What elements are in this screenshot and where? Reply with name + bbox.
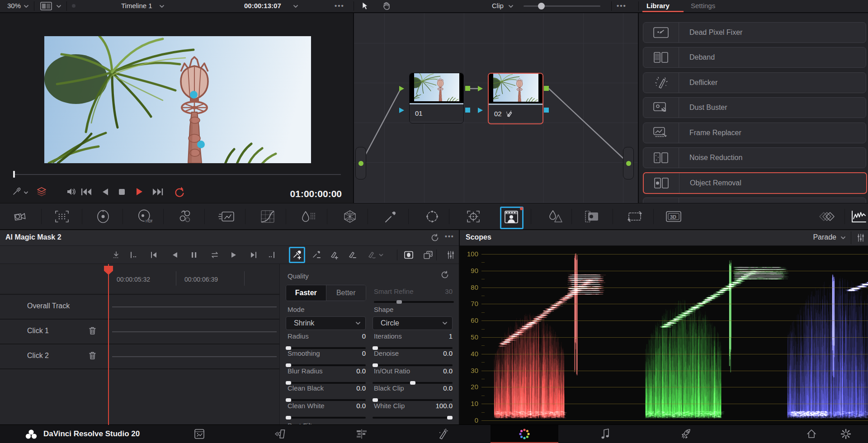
track-lane[interactable] [112, 306, 277, 307]
hand-tool-icon[interactable] [382, 2, 391, 10]
chevron-down-icon[interactable] [293, 5, 298, 8]
node-mode-label[interactable]: Clip [492, 2, 504, 9]
page-deliver[interactable] [674, 425, 699, 443]
wipe-mode-icon[interactable] [40, 2, 53, 10]
corrector-node-02-selected[interactable]: 02 [488, 73, 543, 124]
track-bidirectional-button[interactable] [207, 247, 222, 263]
curves-button[interactable] [258, 207, 278, 226]
param-slider[interactable] [373, 417, 453, 419]
grab-still-icon[interactable] [12, 187, 22, 197]
timeline-playhead[interactable] [108, 264, 109, 425]
scope-mode-select[interactable]: Parade [807, 233, 836, 241]
effects-button[interactable] [217, 207, 236, 226]
param-value[interactable]: 0.0 [425, 384, 453, 392]
color-match-button[interactable] [175, 207, 195, 226]
sizing-button[interactable] [625, 207, 645, 226]
track-row-label[interactable]: Overall Track [27, 302, 70, 310]
chevron-down-icon[interactable] [840, 236, 846, 240]
param-value[interactable]: 100.0 [425, 402, 453, 410]
qualifier-button[interactable] [381, 207, 401, 226]
chevron-down-icon[interactable] [24, 5, 29, 8]
camera-raw-button[interactable] [11, 207, 31, 226]
loop-icon[interactable] [174, 187, 185, 198]
smart-refine-value[interactable]: 30 [425, 287, 453, 295]
track-to-end-button[interactable] [246, 247, 261, 263]
page-color-active[interactable] [512, 425, 537, 443]
play-icon[interactable] [136, 188, 143, 196]
param-slider[interactable] [373, 399, 453, 401]
stop-icon[interactable] [118, 189, 125, 195]
viewer-options-button[interactable]: ••• [335, 2, 344, 9]
param-value[interactable]: 0 [339, 332, 366, 340]
param-slider[interactable] [286, 417, 366, 419]
param-value[interactable]: 0.0 [425, 367, 453, 375]
viewer-scrubber[interactable] [14, 174, 341, 175]
timeline-playhead-handle[interactable] [104, 266, 113, 275]
key-button[interactable] [582, 207, 602, 226]
matte-preview-toggle[interactable] [401, 247, 416, 263]
goto-last-frame-icon[interactable] [152, 188, 164, 196]
library-item-dust-buster[interactable]: Dust Buster [643, 97, 866, 118]
chevron-down-icon[interactable] [24, 191, 28, 194]
track-to-start-button[interactable] [146, 247, 161, 263]
home-button[interactable] [799, 425, 824, 443]
track-range-icon[interactable] [126, 247, 141, 263]
param-slider[interactable] [286, 364, 366, 366]
page-cut[interactable] [268, 425, 293, 443]
pause-tracking-button[interactable] [186, 247, 202, 263]
key-input-port[interactable] [399, 108, 404, 113]
tab-library[interactable]: Library [646, 2, 670, 9]
param-slider[interactable] [286, 399, 366, 401]
library-item-deflicker[interactable]: Deflicker [643, 72, 866, 93]
smart-refine-slider[interactable] [374, 301, 454, 303]
rgb-input-port[interactable] [478, 86, 483, 91]
viewer-zoom-select[interactable]: 30% [7, 2, 21, 9]
mask-settings-button[interactable] [443, 247, 458, 263]
magic-mask-track-point[interactable] [197, 141, 205, 148]
param-slider[interactable] [286, 382, 366, 384]
library-item-frame-replacer[interactable]: Frame Replacer [643, 123, 866, 143]
library-item-noise-reduction[interactable]: Noise Reduction [643, 147, 866, 168]
key-output-port[interactable] [465, 108, 470, 113]
magic-mask-button-active[interactable] [500, 207, 524, 229]
output-node[interactable] [623, 147, 634, 179]
settings-gear-button[interactable] [833, 425, 859, 443]
quality-toggle[interactable]: Faster Better [286, 285, 366, 301]
source-node[interactable] [355, 147, 366, 179]
node-editor-options-button[interactable]: ••• [617, 2, 627, 9]
power-window-button[interactable] [422, 207, 442, 226]
page-fairlight[interactable] [593, 425, 618, 443]
reset-section-icon[interactable] [440, 270, 449, 279]
page-media[interactable] [187, 425, 212, 443]
param-slider[interactable] [373, 347, 453, 349]
chevron-down-icon[interactable] [508, 5, 514, 8]
pen-subtract-tool[interactable] [344, 247, 360, 263]
track-range-end-icon[interactable] [264, 247, 279, 263]
delete-track-icon[interactable] [89, 326, 96, 335]
blur-button[interactable] [546, 207, 566, 226]
tab-settings[interactable]: Settings [691, 2, 715, 9]
color-wheels-button[interactable] [93, 207, 113, 226]
stereo-3d-button[interactable]: 3D [664, 207, 684, 226]
track-forward-button[interactable] [226, 247, 242, 263]
param-value[interactable]: 0.0 [339, 367, 366, 375]
quality-option-better[interactable]: Better [326, 285, 366, 301]
hue-warper-button[interactable] [340, 207, 360, 226]
shape-dropdown[interactable]: Circle [373, 316, 453, 330]
track-row-label[interactable]: Click 2 [27, 352, 49, 360]
page-edit[interactable] [349, 425, 374, 443]
node-zoom-slider-thumb[interactable] [538, 3, 545, 9]
library-item-dead-pixel-fixer[interactable]: Dead Pixel Fixer [643, 22, 866, 43]
page-fusion[interactable] [430, 425, 456, 443]
track-lane[interactable] [112, 331, 277, 332]
track-row-label[interactable]: Click 1 [27, 327, 49, 335]
timeline-name-select[interactable]: Timeline 1 [121, 2, 152, 9]
chevron-down-icon[interactable] [56, 5, 61, 8]
panel-options-button[interactable]: ••• [445, 233, 454, 240]
scopes-button-active[interactable] [849, 207, 868, 226]
track-lane[interactable] [112, 356, 277, 357]
param-value[interactable]: 0.0 [339, 384, 366, 392]
param-slider[interactable] [373, 364, 453, 366]
library-item-object-removal[interactable]: Object Removal [643, 172, 867, 194]
audio-mute-icon[interactable] [66, 187, 77, 196]
